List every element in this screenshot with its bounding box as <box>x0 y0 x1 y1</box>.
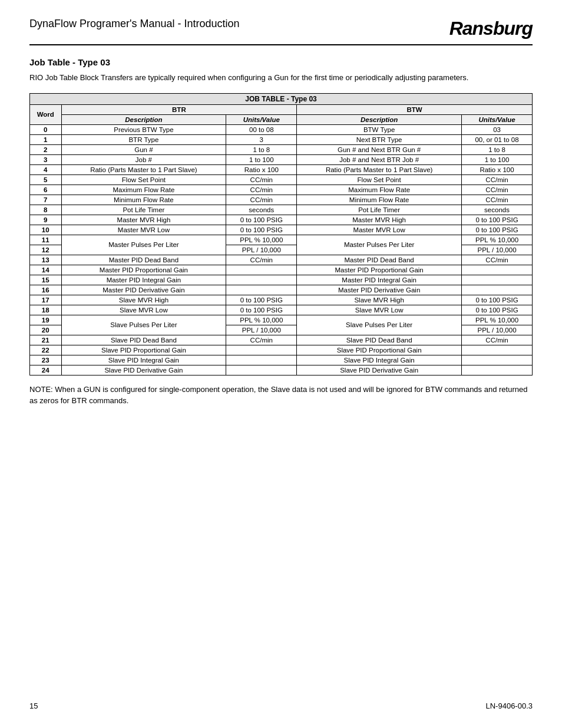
cell-btr-desc: Gun # <box>61 144 226 154</box>
cell-word: 12 <box>30 245 62 255</box>
cell-btw-desc: Slave PID Integral Gain <box>297 355 462 365</box>
cell-word: 5 <box>30 174 62 185</box>
page-title: DynaFlow Programer's Manual - Introducti… <box>29 18 240 30</box>
cell-word: 13 <box>30 255 62 265</box>
cell-btr-units: PPL / 10,000 <box>226 245 297 255</box>
cell-word: 3 <box>30 154 62 164</box>
cell-btr-units: PPL % 10,000 <box>226 235 297 245</box>
cell-btr-units: PPL % 10,000 <box>226 315 297 325</box>
cell-btw-units: PPL / 10,000 <box>462 325 533 335</box>
cell-word: 19 <box>30 315 62 325</box>
cell-btr-desc: Flow Set Point <box>61 174 226 185</box>
table-row: 0Previous BTW Type00 to 08BTW Type03 <box>30 124 533 134</box>
job-table: JOB TABLE - Type 03 Word BTR BTW Descrip… <box>29 93 533 375</box>
table-row: 19Slave Pulses Per LiterPPL % 10,000Slav… <box>30 315 533 325</box>
cell-btw-desc: Ratio (Parts Master to 1 Part Slave) <box>297 164 462 174</box>
doc-number: LN-9406-00.3 <box>486 701 533 710</box>
cell-btr-units: 0 to 100 PSIG <box>226 225 297 235</box>
cell-btw-desc: Master PID Dead Band <box>297 255 462 265</box>
cell-btw-desc: Master PID Integral Gain <box>297 275 462 285</box>
cell-btr-units: 1 to 100 <box>226 154 297 164</box>
cell-btw-desc: Flow Set Point <box>297 174 462 185</box>
cell-btw-desc: Slave PID Derivative Gain <box>297 365 462 375</box>
cell-btw-desc: Master PID Proportional Gain <box>297 265 462 275</box>
table-row: 8Pot Life TimersecondsPot Life Timerseco… <box>30 205 533 215</box>
cell-btw-units <box>462 285 533 295</box>
cell-word: 8 <box>30 205 62 215</box>
cell-btr-units: 0 to 100 PSIG <box>226 305 297 315</box>
cell-btr-units: CC/min <box>226 195 297 205</box>
cell-word: 18 <box>30 305 62 315</box>
cell-word: 0 <box>30 124 62 134</box>
table-row: 23Slave PID Integral GainSlave PID Integ… <box>30 355 533 365</box>
col-header-btr-units: Units/Value <box>226 114 297 124</box>
table-row: 9Master MVR High0 to 100 PSIGMaster MVR … <box>30 215 533 225</box>
cell-btr-units: 00 to 08 <box>226 124 297 134</box>
cell-btw-units: CC/min <box>462 185 533 195</box>
table-row: 21Slave PID Dead BandCC/minSlave PID Dea… <box>30 335 533 345</box>
cell-btw-desc: BTW Type <box>297 124 462 134</box>
col-header-btw-units: Units/Value <box>462 114 533 124</box>
table-row: 3Job #1 to 100Job # and Next BTR Job #1 … <box>30 154 533 164</box>
cell-btw-units: 0 to 100 PSIG <box>462 215 533 225</box>
cell-word: 9 <box>30 215 62 225</box>
cell-btw-units: CC/min <box>462 174 533 185</box>
col-header-btr-desc: Description <box>61 114 226 124</box>
cell-word: 24 <box>30 365 62 375</box>
cell-btw-units: seconds <box>462 205 533 215</box>
note-text: NOTE: When a GUN is configured for singl… <box>29 384 533 407</box>
cell-btw-units <box>462 275 533 285</box>
intro-text: RIO Job Table Block Transfers are typica… <box>29 72 533 84</box>
cell-btw-units: Ratio x 100 <box>462 164 533 174</box>
table-row: 15Master PID Integral GainMaster PID Int… <box>30 275 533 285</box>
cell-btr-desc: Master MVR High <box>61 215 226 225</box>
cell-btr-desc: Slave PID Derivative Gain <box>61 365 226 375</box>
cell-btw-units: PPL % 10,000 <box>462 315 533 325</box>
table-row: 2Gun #1 to 8Gun # and Next BTR Gun #1 to… <box>30 144 533 154</box>
cell-btw-desc: Next BTR Type <box>297 134 462 144</box>
cell-btw-desc: Slave MVR High <box>297 295 462 305</box>
cell-btw-units: 0 to 100 PSIG <box>462 225 533 235</box>
cell-btr-units <box>226 355 297 365</box>
cell-btr-desc: Job # <box>61 154 226 164</box>
cell-btw-desc: Slave PID Proportional Gain <box>297 345 462 355</box>
cell-btw-units: CC/min <box>462 195 533 205</box>
cell-btr-desc: Master PID Proportional Gain <box>61 265 226 275</box>
cell-btw-units <box>462 355 533 365</box>
cell-btr-units: CC/min <box>226 174 297 185</box>
cell-btr-units: 1 to 8 <box>226 144 297 154</box>
cell-btw-desc: Slave MVR Low <box>297 305 462 315</box>
cell-btr-units: PPL / 10,000 <box>226 325 297 335</box>
table-row: 17Slave MVR High0 to 100 PSIGSlave MVR H… <box>30 295 533 305</box>
cell-word: 2 <box>30 144 62 154</box>
cell-word: 14 <box>30 265 62 275</box>
section-title: Job Table - Type 03 <box>29 57 533 67</box>
cell-btr-desc: Ratio (Parts Master to 1 Part Slave) <box>61 164 226 174</box>
page-footer: 15 LN-9406-00.3 <box>29 690 533 710</box>
cell-btr-units: CC/min <box>226 335 297 345</box>
table-row: 6Maximum Flow RateCC/minMaximum Flow Rat… <box>30 185 533 195</box>
cell-word: 10 <box>30 225 62 235</box>
table-row: 16Master PID Derivative GainMaster PID D… <box>30 285 533 295</box>
cell-word: 4 <box>30 164 62 174</box>
cell-btr-units: seconds <box>226 205 297 215</box>
cell-word: 11 <box>30 235 62 245</box>
cell-btr-units: CC/min <box>226 255 297 265</box>
cell-btr-desc: Pot Life Timer <box>61 205 226 215</box>
col-header-btw-desc: Description <box>297 114 462 124</box>
table-row: 11Master Pulses Per LiterPPL % 10,000Mas… <box>30 235 533 245</box>
cell-btw-units: 00, or 01 to 08 <box>462 134 533 144</box>
cell-btr-desc: Slave PID Integral Gain <box>61 355 226 365</box>
cell-btw-units <box>462 345 533 355</box>
cell-btr-desc: Master PID Derivative Gain <box>61 285 226 295</box>
cell-btw-units: 0 to 100 PSIG <box>462 305 533 315</box>
cell-btw-desc: Pot Life Timer <box>297 205 462 215</box>
cell-word: 22 <box>30 345 62 355</box>
table-row: 14Master PID Proportional GainMaster PID… <box>30 265 533 275</box>
cell-btw-units: PPL / 10,000 <box>462 245 533 255</box>
btr-group-header: BTR <box>61 104 297 114</box>
cell-btr-desc: Slave Pulses Per Liter <box>61 315 226 335</box>
cell-btr-desc: Minimum Flow Rate <box>61 195 226 205</box>
cell-btr-desc: Slave PID Dead Band <box>61 335 226 345</box>
table-row: 18Slave MVR Low0 to 100 PSIGSlave MVR Lo… <box>30 305 533 315</box>
